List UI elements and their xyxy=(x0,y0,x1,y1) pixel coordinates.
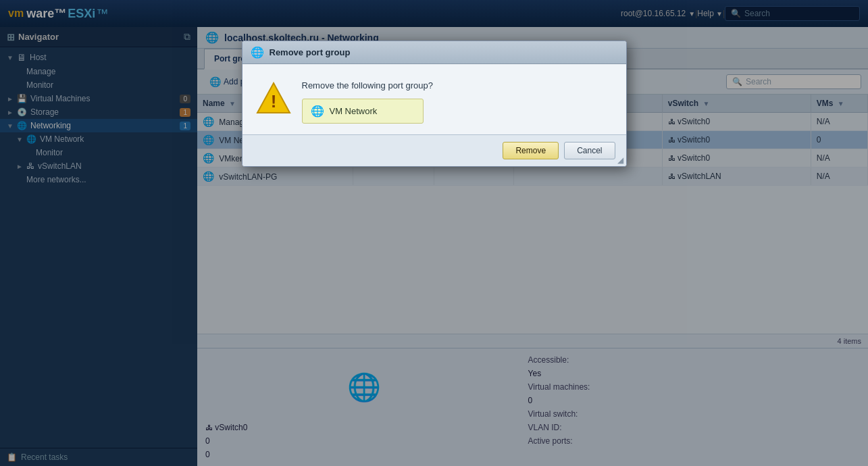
remove-port-group-dialog: 🌐 Remove port group ! Remove the followi… xyxy=(242,41,627,167)
modal-content: Remove the following port group? 🌐 VM Ne… xyxy=(302,80,613,124)
modal-title-text: Remove port group xyxy=(270,47,351,57)
modal-titlebar: 🌐 Remove port group xyxy=(242,41,626,64)
modal-overlay: 🌐 Remove port group ! Remove the followi… xyxy=(0,0,868,466)
modal-footer: Remove Cancel xyxy=(242,134,626,166)
cancel-button[interactable]: Cancel xyxy=(564,142,615,159)
modal-item-name: VM Network xyxy=(330,106,378,116)
modal-item-icon: 🌐 xyxy=(311,105,324,118)
modal-item-box: 🌐 VM Network xyxy=(302,99,424,124)
modal-title-icon: 🌐 xyxy=(251,46,264,59)
svg-text:!: ! xyxy=(270,91,276,111)
modal-body: ! Remove the following port group? 🌐 VM … xyxy=(242,64,626,134)
remove-button[interactable]: Remove xyxy=(503,142,559,159)
modal-warning-icon: ! xyxy=(256,80,291,121)
modal-question: Remove the following port group? xyxy=(302,80,613,90)
